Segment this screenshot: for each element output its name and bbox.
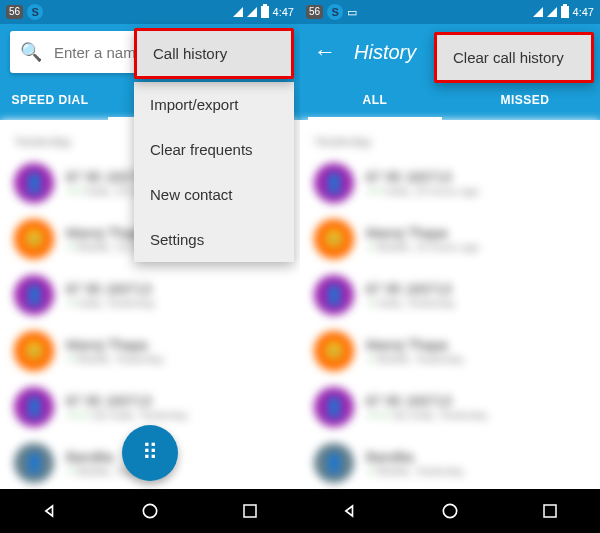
svg-point-2 [443,504,456,517]
list-item[interactable]: 👤Bandita↗Mobile, Yesterday [300,435,600,491]
outgoing-icon: ↗ [66,298,74,309]
clock: 4:47 [273,6,294,18]
app-s-icon: S [327,4,343,20]
tab-missed[interactable]: MISSED [450,80,600,120]
menu-import-export[interactable]: Import/export [134,82,294,127]
avatar: 👤 [314,163,354,203]
avatar: 👤 [314,275,354,315]
outgoing-icon: ↗ [66,466,74,477]
status-bar: 56 S 4:47 [0,0,300,24]
nav-recent[interactable] [238,499,262,523]
menu-settings[interactable]: Settings [134,217,294,262]
overflow-menu-highlight: Clear call history [434,32,594,83]
avatar: 😊 [314,219,354,259]
clock: 4:47 [573,6,594,18]
outgoing-icon: ↗↗↗ [366,410,390,421]
nav-bar [0,489,300,533]
battery-icon [261,6,269,18]
list-item[interactable]: 👤87 95 183713↗↗↗(6) India, Yesterday [300,379,600,435]
outgoing-icon: ↗↗ [366,186,382,197]
avatar: 👤 [314,387,354,427]
section-header: Yesterday [300,128,600,155]
nav-recent[interactable] [538,499,562,523]
avatar: 👤 [314,443,354,483]
search-icon: 🔍 [20,41,42,63]
nav-bar [300,489,600,533]
nav-home[interactable] [138,499,162,523]
overflow-menu-highlight: Call history [134,28,294,79]
svg-rect-1 [244,505,256,517]
phone-left: 56 S 4:47 🔍 SPEED DIAL R Yesterday 👤87 9… [0,0,300,533]
avatar: 😊 [314,331,354,371]
svg-point-0 [143,504,156,517]
avatar: 👤 [14,387,54,427]
avatar: 👤 [14,443,54,483]
outgoing-icon: ↗ [366,298,374,309]
list-item[interactable]: 👤87 95 183713↗India, Yesterday [300,267,600,323]
battery-icon [561,6,569,18]
tabs: ALL MISSED [300,80,600,120]
outgoing-icon: ↗↗↗ [66,410,90,421]
page-title: History [354,41,416,64]
outgoing-icon: ↗ [66,354,74,365]
notification-badge: 56 [306,5,323,19]
outgoing-icon: ↗ [66,242,74,253]
avatar: 😊 [14,331,54,371]
signal-icon [533,7,543,17]
notification-badge: 56 [6,5,23,19]
signal-icon [233,7,243,17]
tab-speed-dial[interactable]: SPEED DIAL [0,80,100,120]
outgoing-icon: ↗ [366,354,374,365]
menu-call-history[interactable]: Call history [137,31,291,76]
screenshot-icon: ▭ [347,6,357,19]
avatar: 👤 [14,275,54,315]
nav-back[interactable] [38,499,62,523]
menu-clear-call-history[interactable]: Clear call history [437,35,591,80]
nav-home[interactable] [438,499,462,523]
signal-icon [247,7,257,17]
dialpad-fab[interactable]: ⠿ [122,425,178,481]
outgoing-icon: ↗ [366,466,374,477]
list-item[interactable]: 😊Manoj Thapa↗Mobile, Yesterday [300,323,600,379]
list-item[interactable]: 😊Manoj Thapa↗Mobile, 23 hours ago [300,211,600,267]
app-s-icon: S [27,4,43,20]
signal-icon [547,7,557,17]
list-item[interactable]: 👤87 95 183713↗↗India, 23 hours ago [300,155,600,211]
avatar: 👤 [14,163,54,203]
status-bar: 56 S ▭ 4:47 [300,0,600,24]
phone-right: 56 S ▭ 4:47 ← History ALL MISSED Yesterd… [300,0,600,533]
list-item[interactable]: 👤87 95 183713↗India, Yesterday [0,267,300,323]
outgoing-icon: ↗↗ [66,186,82,197]
menu-new-contact[interactable]: New contact [134,172,294,217]
call-list: Yesterday 👤87 95 183713↗↗India, 23 hours… [300,120,600,489]
back-arrow-icon[interactable]: ← [314,39,336,65]
svg-rect-3 [544,505,556,517]
overflow-menu: Import/export Clear frequents New contac… [134,82,294,262]
tab-all[interactable]: ALL [300,80,450,120]
menu-clear-frequents[interactable]: Clear frequents [134,127,294,172]
nav-back[interactable] [338,499,362,523]
list-item[interactable]: 😊Manoj Thapa↗Mobile, Yesterday [0,323,300,379]
outgoing-icon: ↗ [366,242,374,253]
avatar: 😊 [14,219,54,259]
